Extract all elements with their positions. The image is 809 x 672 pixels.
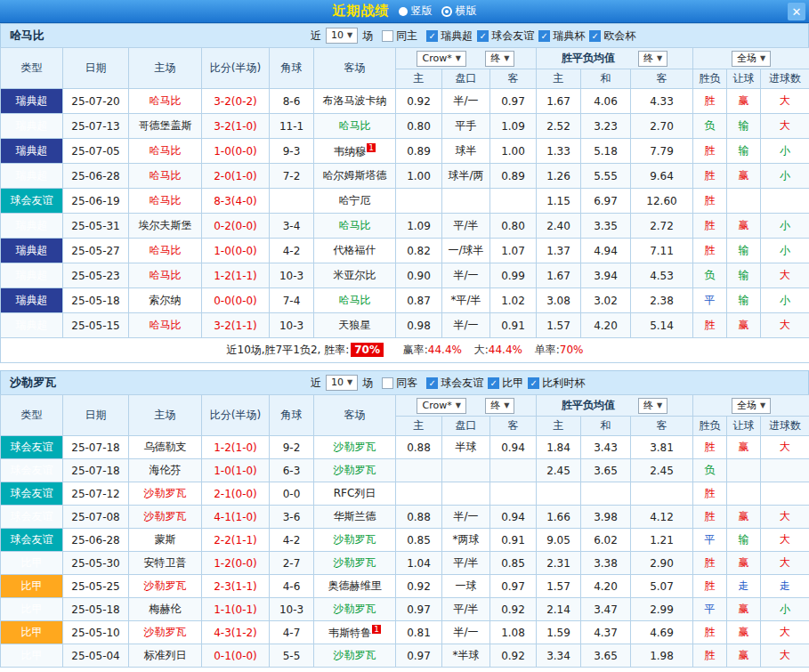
home-team-cell[interactable]: 蒙斯 <box>129 529 202 552</box>
home-team-cell[interactable]: 沙勒罗瓦 <box>129 506 202 529</box>
same-venue-label: 同客 <box>396 376 417 391</box>
away-team-cell[interactable]: 沙勒罗瓦 <box>314 552 396 575</box>
home-team-cell[interactable]: 哈马比 <box>129 139 202 164</box>
home-team-cell[interactable]: 索尔纳 <box>129 288 202 313</box>
away-team-cell[interactable]: 哈马比 <box>314 214 396 239</box>
away-team-cell[interactable]: 天狼星 <box>314 313 396 338</box>
league-cell: 球会友谊 <box>1 436 63 459</box>
away-team-cell[interactable]: 华斯兰德 <box>314 506 396 529</box>
home-team-cell[interactable]: 哈马比 <box>129 263 202 288</box>
score-cell: 0-1(0-0) <box>202 644 270 668</box>
away-team-cell[interactable]: 哈马比 <box>314 288 396 313</box>
handicap-result-cell <box>727 459 761 482</box>
close-button[interactable]: ✕ <box>788 3 805 20</box>
away-team-cell[interactable]: 哈宁厄 <box>314 189 396 214</box>
home-team-cell[interactable]: 哥德堡盖斯 <box>129 114 202 139</box>
same-venue-checkbox[interactable]: 同客 <box>382 376 417 391</box>
away-team-cell[interactable]: 沙勒罗瓦 <box>314 598 396 621</box>
home-team-cell[interactable]: 哈马比 <box>129 239 202 263</box>
result-cell: 胜 <box>693 239 727 263</box>
away-team-cell[interactable]: 哈马比 <box>314 114 396 139</box>
chevron-down-icon: ▼ <box>347 376 352 389</box>
goals-cell: 大 <box>761 506 809 529</box>
avg-away-cell: 2.45 <box>631 459 693 482</box>
league-cell: 瑞典超 <box>1 313 63 338</box>
league-filter-label: 瑞典杯 <box>553 28 585 44</box>
home-team-cell[interactable]: 哈马比 <box>129 164 202 189</box>
away-team-cell[interactable]: RFC列日 <box>314 482 396 506</box>
home-team-cell[interactable]: 沙勒罗瓦 <box>129 621 202 644</box>
odds-home-cell <box>396 189 442 214</box>
league-filter-label: 比甲 <box>502 376 523 391</box>
away-team-cell[interactable]: 代格福什 <box>314 239 396 263</box>
away-team-cell[interactable]: 米亚尔比 <box>314 263 396 288</box>
table-row: 瑞典超25-05-18索尔纳0-0(0-0)7-4哈马比0.87*平/半1.02… <box>1 288 809 313</box>
corner-cell: 2-7 <box>270 552 314 575</box>
avg-draw-cell: 3.02 <box>581 288 631 313</box>
league-cell: 比甲 <box>1 644 63 668</box>
avg-home-cell: 1.59 <box>537 621 581 644</box>
home-team-cell[interactable]: 安特卫普 <box>129 552 202 575</box>
avg-draw-cell: 5.55 <box>581 164 631 189</box>
away-team-cell[interactable]: 韦纳穆1 <box>314 139 396 164</box>
league-filter-checkbox[interactable]: 比甲 <box>488 376 523 391</box>
win-rate-chip: 70% <box>351 343 384 357</box>
league-filter-checkbox[interactable]: 比利时杯 <box>528 376 585 391</box>
home-team-cell[interactable]: 埃尔夫斯堡 <box>129 214 202 239</box>
col-odds-home: 主 <box>396 417 442 436</box>
league-filter-checkbox[interactable]: 瑞典超 <box>426 28 473 44</box>
home-team-cell[interactable]: 乌德勒支 <box>129 436 202 459</box>
col-goals: 进球数 <box>761 69 809 89</box>
home-team-cell[interactable]: 梅赫伦 <box>129 598 202 621</box>
league-cell: 瑞典超 <box>1 239 63 263</box>
view-horizontal-label: 横版 <box>456 4 477 19</box>
league-cell: 瑞典超 <box>1 139 63 164</box>
league-filter-checkbox[interactable]: 欧会杯 <box>589 28 635 44</box>
avg-final-select[interactable]: 终▼ <box>638 398 667 414</box>
odds-final-select[interactable]: 终▼ <box>485 51 514 67</box>
view-vertical-radio[interactable]: 竖版 <box>399 4 433 19</box>
scope-select[interactable]: 全场▼ <box>732 51 771 67</box>
away-team-cell[interactable]: 奥德赫维里 <box>314 575 396 598</box>
home-team-cell[interactable]: 海伦芬 <box>129 459 202 482</box>
avg-final-select[interactable]: 终▼ <box>638 51 667 67</box>
home-team-cell[interactable]: 沙勒罗瓦 <box>129 482 202 506</box>
table-row: 比甲25-05-18梅赫伦1-1(0-1)10-3沙勒罗瓦0.97平/半0.92… <box>1 598 809 621</box>
goals-cell: 大 <box>761 114 809 139</box>
odds-company-select[interactable]: Crow*▼ <box>417 51 465 67</box>
col-home: 主场 <box>129 395 202 436</box>
col-avg-draw: 和 <box>581 417 631 436</box>
league-filter-checkbox[interactable]: 球会友谊 <box>426 376 483 391</box>
home-team-cell[interactable]: 标准列日 <box>129 644 202 668</box>
scope-select[interactable]: 全场▼ <box>732 398 771 414</box>
away-team-cell[interactable]: 布洛马波卡纳 <box>314 89 396 114</box>
league-filter-checkbox[interactable]: 球会友谊 <box>477 28 534 44</box>
col-handicap: 盘口 <box>442 69 490 89</box>
odds-final-select[interactable]: 终▼ <box>485 398 514 414</box>
goals-cell <box>761 189 809 214</box>
avg-label: 胜平负均值 <box>562 51 615 66</box>
away-team-cell[interactable]: 沙勒罗瓦 <box>314 644 396 668</box>
away-team-cell[interactable]: 韦斯特鲁1 <box>314 621 396 644</box>
view-horizontal-radio[interactable]: 横版 <box>441 4 477 19</box>
table-row: 比甲25-05-25沙勒罗瓦2-3(1-1)4-6奥德赫维里0.92一球0.97… <box>1 575 809 598</box>
home-team-cell[interactable]: 哈马比 <box>129 313 202 338</box>
away-team-cell[interactable]: 哈尔姆斯塔德 <box>314 164 396 189</box>
same-venue-checkbox[interactable]: 同主 <box>382 28 417 44</box>
odds-company-select[interactable]: Crow*▼ <box>417 398 465 414</box>
score-cell: 1-0(1-0) <box>202 459 270 482</box>
home-team-cell[interactable]: 哈马比 <box>129 89 202 114</box>
match-count-select[interactable]: 10▼ <box>326 375 358 391</box>
away-team-cell[interactable]: 沙勒罗瓦 <box>314 529 396 552</box>
league-cell: 比甲 <box>1 575 63 598</box>
home-team-cell[interactable]: 沙勒罗瓦 <box>129 575 202 598</box>
home-team-cell[interactable]: 哈马比 <box>129 189 202 214</box>
away-team-cell[interactable]: 沙勒罗瓦 <box>314 436 396 459</box>
avg-draw-cell: 6.02 <box>581 529 631 552</box>
match-count-select[interactable]: 10▼ <box>326 28 358 44</box>
avg-away-cell: 4.33 <box>631 89 693 114</box>
league-filter-checkbox[interactable]: 瑞典杯 <box>538 28 585 44</box>
away-team-cell[interactable]: 沙勒罗瓦 <box>314 459 396 482</box>
corner-cell: 0-0 <box>270 482 314 506</box>
avg-away-cell: 2.99 <box>631 598 693 621</box>
